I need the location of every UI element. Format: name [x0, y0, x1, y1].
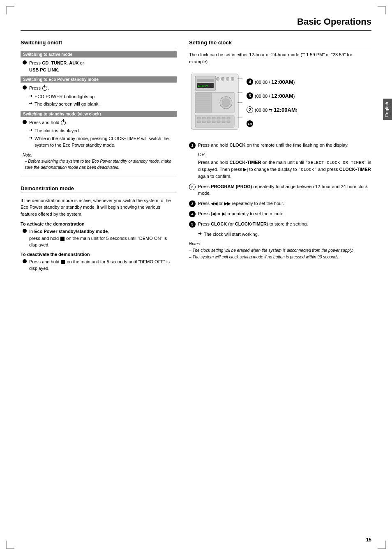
active-mode-item: Press CD, TUNER, AUX orUSB PC LINK.: [21, 60, 177, 73]
clock-label-15: 1,5: [247, 120, 297, 127]
svg-rect-23: [197, 117, 201, 119]
clock-labels: 4 (00:00 / 12:00AM) 3 (00:00 / 12:00AM) …: [247, 78, 297, 127]
clock-timer-store-label: CLOCK•TIMER: [235, 221, 267, 226]
svg-rect-34: [217, 121, 220, 123]
svg-point-6: [221, 77, 224, 81]
step-num-3: 3: [189, 200, 196, 207]
step-1: 1 Press and hold CLOCK on the remote unt…: [189, 142, 371, 149]
demo-section: Demonstration mode If the demonstration …: [21, 185, 177, 272]
svg-rect-26: [212, 117, 215, 119]
language-tab: English: [383, 99, 392, 120]
step-num-4: 4: [189, 211, 196, 217]
arrow-icon: ➜: [29, 127, 32, 133]
standby-arrow-1: ➜ The clock is displayed.: [29, 127, 177, 134]
step-4: 4 Press |◀ or ▶| repeatedly to set the m…: [189, 210, 371, 217]
standby-bar: Switching to standby mode (view clock): [21, 111, 177, 117]
standby-text: Press and hold .: [29, 119, 177, 126]
step-4-text: Press |◀ or ▶| repeatedly to set the min…: [198, 210, 371, 217]
eco-arrow-1: ➜ ECO POWER button lights up.: [29, 93, 177, 100]
clock-store-label: CLOCK: [211, 221, 227, 226]
clock-num-2: 2: [247, 106, 253, 113]
svg-point-7: [226, 77, 229, 81]
notes-title: Notes:: [189, 242, 371, 246]
page-title: Basic Operations: [21, 16, 371, 31]
power-icon: [61, 120, 66, 125]
standby-item: Press and hold .: [21, 119, 177, 126]
svg-rect-35: [222, 121, 225, 123]
prog-label: PROGRAM (PROG): [211, 184, 252, 189]
deactivate-heading: To deactivate the demonstration: [21, 252, 177, 257]
bullet-dot: [23, 60, 27, 64]
right-column: Setting the clock The clock can be set i…: [189, 39, 371, 274]
usb-label: USB PC LINK: [29, 67, 58, 72]
power-icon: [42, 86, 47, 91]
switching-section-title: Switching on/off: [21, 39, 177, 47]
device-svg: 11:59 PM: [189, 70, 242, 136]
svg-rect-32: [207, 121, 210, 123]
active-mode-bar: Switching to active mode: [21, 51, 177, 58]
arrow-icon: ➜: [29, 93, 32, 99]
svg-rect-30: [197, 121, 201, 123]
step-1-alt: Press and hold CLOCK•TIMER on the main u…: [198, 159, 371, 180]
step-5: 5 Press CLOCK (or CLOCK•TIMER) to store …: [189, 221, 371, 228]
clock-section-title: Setting the clock: [189, 39, 371, 47]
clock-num-3: 3: [247, 92, 253, 99]
step-3-text: Press ◀◀ or ▶▶ repeatedly to set the hou…: [198, 200, 371, 207]
left-column: Switching on/off Switching to active mod…: [21, 39, 177, 274]
step-num-5: 5: [189, 221, 196, 228]
standby-arrow-text-1: The clock is displayed.: [35, 127, 177, 134]
device-illustration: 11:59 PM: [189, 70, 242, 136]
svg-point-11: [222, 99, 230, 107]
step-num-1: 1: [189, 142, 196, 149]
svg-rect-33: [212, 121, 215, 123]
clock-description: The clock can be set in either 12-hour o…: [189, 51, 371, 65]
clock-diagram: 11:59 PM: [189, 70, 371, 136]
corner-mark-tl: [6, 6, 14, 14]
arrow-icon: ➜: [198, 231, 202, 236]
cd-label: CD: [42, 60, 48, 65]
step-2-text: Press PROGRAM (PROG) repeatedly to chang…: [198, 183, 371, 197]
step-1-text: Press and hold CLOCK on the remote until…: [198, 142, 371, 149]
activate-heading: To activate the demonstration: [21, 221, 177, 226]
page: English Basic Operations Switching on/of…: [0, 0, 392, 555]
arrow-icon: ➜: [29, 135, 32, 140]
activate-item: In Eco Power standby/standby mode, press…: [21, 228, 177, 249]
notes-text: – The clock setting will be erased when …: [189, 247, 371, 260]
clock-time-3: (00:00 / 12:00AM): [255, 93, 295, 99]
svg-point-5: [216, 77, 219, 81]
clock-num-4: 4: [247, 78, 253, 85]
step-5-text: Press CLOCK (or CLOCK•TIMER) to store th…: [198, 221, 371, 228]
eco-power-text: Press .: [29, 85, 177, 92]
clock-time-4: (00:00 / 12:00AM): [255, 79, 295, 85]
clock-notes: Notes: – The clock setting will be erase…: [189, 242, 371, 260]
step-5-arrow-text: The clock will start working.: [204, 231, 371, 238]
bullet-dot: [23, 120, 27, 124]
main-content: Switching on/off Switching to active mod…: [21, 39, 371, 274]
corner-mark-tr: [378, 6, 386, 14]
aux-label: AUX: [69, 60, 78, 65]
svg-point-8: [231, 77, 234, 81]
clock-code: "CLOCK": [298, 168, 317, 172]
eco-power-item: Press .: [21, 85, 177, 92]
demo-description: If the demonstration mode is active, whe…: [21, 197, 177, 218]
note-section: Note: – Before switching the system to t…: [23, 153, 177, 170]
corner-mark-bl: [6, 541, 14, 549]
svg-rect-27: [217, 117, 220, 119]
bullet-dot: [23, 259, 27, 263]
deactivate-text: Press and hold on the main unit for 5 se…: [29, 258, 177, 272]
section-divider: [21, 177, 177, 177]
svg-rect-24: [202, 117, 205, 119]
clock-label-2: 2 (00:00 ⇆ 12:00AM): [247, 106, 297, 113]
corner-mark-br: [378, 541, 386, 549]
tuner-label: TUNER: [51, 60, 67, 65]
clock-timer-label-2: CLOCK•TIMER: [339, 167, 371, 172]
page-number: 15: [366, 537, 371, 543]
step-2: 2 Press PROGRAM (PROG) repeatedly to cha…: [189, 183, 371, 197]
step-3: 3 Press ◀◀ or ▶▶ repeatedly to set the h…: [189, 200, 371, 207]
deactivate-item: Press and hold on the main unit for 5 se…: [21, 258, 177, 272]
activate-text: In Eco Power standby/standby mode, press…: [29, 228, 177, 249]
eco-arrow-text-1: ECO POWER button lights up.: [35, 93, 177, 100]
standby-arrow-2: ➜ While in the standby mode, pressing CL…: [29, 135, 177, 149]
eco-arrow-2: ➜ The display screen will go blank.: [29, 101, 177, 108]
bullet-dot: [23, 85, 27, 90]
